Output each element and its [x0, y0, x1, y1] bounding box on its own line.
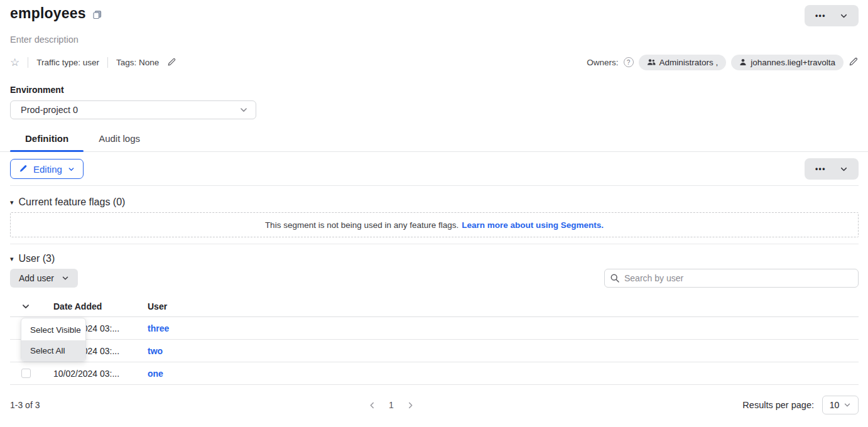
results-per-page-label: Results per page: [742, 400, 814, 410]
header-actions-dropdown-button[interactable] [833, 5, 855, 26]
table-header-row: Date Added User [10, 296, 859, 317]
divider [10, 244, 859, 244]
user-link[interactable]: two [148, 346, 163, 356]
row-date: 10/02/2024 03:... [53, 369, 148, 379]
results-per-page-value: 10 [830, 400, 840, 410]
row-checkbox[interactable] [21, 369, 31, 378]
table-row: 10/02/2024 03:... one [10, 362, 859, 385]
header-actions: ••• [805, 5, 859, 26]
environment-label: Environment [10, 85, 859, 95]
person-icon [739, 58, 747, 66]
favorite-star-icon[interactable]: ☆ [10, 57, 19, 68]
chevron-left-icon [368, 401, 376, 409]
meta-left: ☆ Traffic type: user Tags: None [10, 57, 176, 68]
feature-flags-section: ▾ Current feature flags (0) This segment… [10, 197, 859, 244]
chevron-down-icon [21, 302, 30, 311]
meta-row: ☆ Traffic type: user Tags: None Owners: … [10, 54, 859, 70]
pencil-icon [19, 165, 28, 173]
owner-badge-administrators[interactable]: Administrators , [639, 55, 727, 70]
owners-group: Owners: ? Administrators , johannes.lieg… [587, 55, 859, 70]
header: employees ••• [10, 5, 859, 26]
menu-item-select-visible[interactable]: Select Visible [21, 320, 85, 340]
user-section-title: User (3) [19, 253, 55, 264]
user-search [604, 269, 859, 288]
feature-flags-title: Current feature flags (0) [19, 197, 126, 208]
pagination: 1 [40, 400, 742, 410]
user-section: ▾ User (3) Add user [10, 253, 859, 414]
ellipsis-icon: ••• [815, 165, 826, 173]
page-title: employees [10, 5, 86, 22]
search-input[interactable] [604, 269, 859, 288]
select-dropdown-toggle[interactable] [21, 302, 30, 311]
definition-toolbar: Editing ••• [10, 158, 859, 186]
search-icon [610, 273, 620, 283]
divider [28, 57, 28, 68]
current-page[interactable]: 1 [389, 400, 394, 410]
ellipsis-icon: ••• [815, 12, 826, 19]
edit-owners-icon[interactable] [849, 57, 859, 67]
collapse-caret-icon: ▾ [10, 199, 14, 206]
results-range: 1-3 of 3 [10, 400, 40, 410]
description-field[interactable]: Enter description [10, 35, 859, 45]
user-table: Date Added User 10/02/2024 03:... three … [10, 296, 859, 385]
user-link[interactable]: one [148, 369, 163, 379]
column-header-date: Date Added [53, 301, 148, 311]
next-page-button[interactable] [406, 401, 415, 409]
menu-item-select-all[interactable]: Select All [21, 340, 85, 361]
owners-label: Owners: [587, 58, 618, 67]
tab-audit-logs[interactable]: Audit logs [84, 133, 155, 151]
chevron-down-icon [840, 165, 848, 173]
copy-icon[interactable] [92, 10, 102, 19]
editing-button[interactable]: Editing [10, 159, 84, 179]
help-icon[interactable]: ? [624, 57, 634, 67]
previous-page-button[interactable] [368, 401, 376, 409]
editing-label: Editing [33, 164, 62, 175]
table-row: 10/02/2024 03:... three [10, 317, 859, 340]
add-user-button[interactable]: Add user [10, 269, 78, 288]
divider [107, 57, 108, 68]
title-group: employees [10, 5, 102, 22]
owner-badge-label: Administrators , [659, 58, 719, 67]
flags-empty-text: This segment is not being used in any fe… [265, 220, 458, 230]
tab-bar: Definition Audit logs [0, 133, 868, 152]
more-options-button[interactable]: ••• [808, 158, 833, 180]
segment-page: employees ••• Enter description ☆ Traffi… [0, 0, 868, 414]
select-dropdown-menu: Select Visible Select All [21, 318, 86, 362]
chevron-down-icon [840, 12, 848, 20]
environment-select[interactable]: Prod-project 0 [10, 100, 256, 119]
chevron-down-icon [239, 105, 248, 114]
add-user-label: Add user [19, 273, 54, 283]
more-options-button[interactable]: ••• [808, 5, 833, 26]
chevron-down-icon [68, 166, 75, 173]
learn-more-link[interactable]: Learn more about using Segments. [462, 220, 604, 230]
flags-empty-state: This segment is not being used in any fe… [10, 212, 859, 237]
definition-actions: ••• [805, 158, 859, 180]
definition-actions-dropdown-button[interactable] [833, 158, 855, 180]
chevron-down-icon [844, 401, 851, 409]
edit-tags-icon[interactable] [167, 58, 176, 67]
owner-badge-user[interactable]: johannes.liegl+travolta [731, 55, 844, 70]
select-all-cell [10, 302, 53, 311]
user-link[interactable]: three [148, 323, 169, 333]
tab-definition[interactable]: Definition [10, 133, 84, 151]
traffic-type-label: Traffic type: user [36, 58, 99, 67]
chevron-down-icon [62, 274, 69, 282]
group-icon [647, 58, 656, 66]
collapse-caret-icon: ▾ [10, 256, 14, 262]
owner-badge-label: johannes.liegl+travolta [751, 58, 835, 67]
feature-flags-section-toggle[interactable]: ▾ Current feature flags (0) [10, 197, 859, 208]
chevron-right-icon [406, 401, 415, 409]
tags-label: Tags: None [116, 58, 159, 67]
table-row: 10/02/2024 03:... two [10, 340, 859, 362]
results-per-page: Results per page: 10 [742, 396, 859, 414]
environment-value: Prod-project 0 [21, 105, 78, 115]
results-per-page-select[interactable]: 10 [822, 396, 859, 414]
user-controls: Add user [10, 269, 859, 288]
user-section-toggle[interactable]: ▾ User (3) [10, 253, 859, 264]
column-header-user: User [148, 301, 859, 311]
table-footer: 1-3 of 3 1 Results per page: 10 [10, 396, 859, 414]
